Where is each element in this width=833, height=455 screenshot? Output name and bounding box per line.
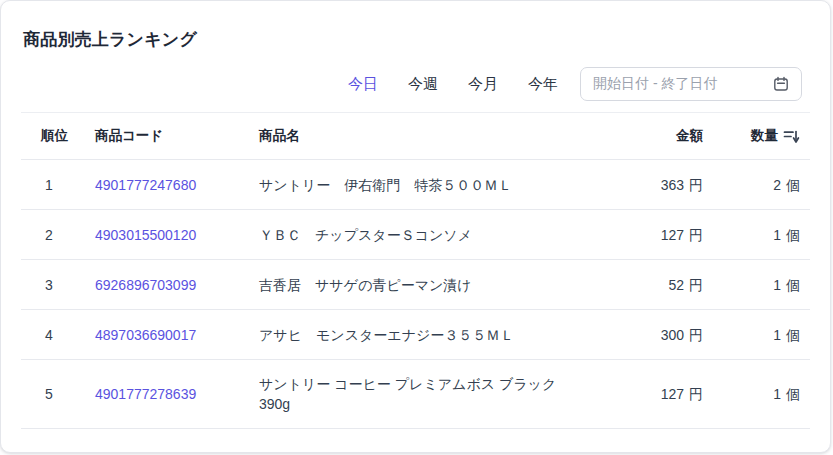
- rank-value: 3: [21, 261, 95, 309]
- calendar-icon[interactable]: [773, 76, 789, 92]
- amount-value: 363円: [585, 161, 715, 209]
- quantity-value: 1個: [715, 370, 810, 418]
- quantity-unit: 個: [786, 327, 800, 343]
- amount-unit: 円: [689, 227, 703, 243]
- product-code-link[interactable]: 4903015500120: [95, 227, 196, 243]
- quantity-value: 1個: [715, 311, 810, 359]
- product-name: アサヒ モンスターエナジー３５５ＭＬ: [259, 311, 585, 359]
- product-name: ＹＢＣ チップスターＳコンソメ: [259, 211, 585, 259]
- rank-value: 2: [21, 211, 95, 259]
- header-code: 商品コード: [95, 126, 259, 146]
- header-rank: 順位: [21, 126, 95, 146]
- quantity-value: 1個: [715, 211, 810, 259]
- amount-unit: 円: [689, 277, 703, 293]
- period-tabs: 今日今週今月今年: [348, 75, 558, 94]
- product-name: 吉香居 ササゲの青ピーマン漬け: [259, 261, 585, 309]
- header-name: 商品名: [259, 126, 585, 146]
- quantity-unit: 個: [786, 386, 800, 402]
- quantity-unit: 個: [786, 177, 800, 193]
- table-body: 14901777247680サントリー 伊右衛門 特茶５００ＭＬ363円2個24…: [21, 160, 810, 429]
- tab-period-0[interactable]: 今日: [348, 75, 378, 94]
- quantity-unit: 個: [786, 277, 800, 293]
- product-code-link[interactable]: 6926896703099: [95, 277, 196, 293]
- quantity-value: 2個: [715, 161, 810, 209]
- product-name: サントリー 伊右衛門 特茶５００ＭＬ: [259, 161, 585, 209]
- quantity-unit: 個: [786, 227, 800, 243]
- date-range-placeholder: 開始日付 - 終了日付: [593, 75, 773, 93]
- header-quantity-label: 数量: [751, 126, 778, 146]
- amount-value: 300円: [585, 311, 715, 359]
- table-row: 14901777247680サントリー 伊右衛門 特茶５００ＭＬ363円2個: [21, 160, 810, 210]
- product-code-link[interactable]: 4897036690017: [95, 327, 196, 343]
- ranking-table: 順位 商品コード 商品名 金額 数量 14901777247680サントリー 伊…: [21, 112, 810, 429]
- quantity-value: 1個: [715, 261, 810, 309]
- amount-unit: 円: [689, 177, 703, 193]
- filter-row: 今日今週今月今年 開始日付 - 終了日付: [1, 66, 830, 102]
- amount-value: 127円: [585, 370, 715, 418]
- amount-value: 52円: [585, 261, 715, 309]
- rank-value: 1: [21, 161, 95, 209]
- product-code-link[interactable]: 4901777247680: [95, 177, 196, 193]
- sales-ranking-card: 商品別売上ランキング 今日今週今月今年 開始日付 - 終了日付 順位 商品コード…: [0, 0, 831, 453]
- tab-period-1[interactable]: 今週: [408, 75, 438, 94]
- date-range-picker[interactable]: 開始日付 - 終了日付: [580, 67, 802, 101]
- table-row: 44897036690017アサヒ モンスターエナジー３５５ＭＬ300円1個: [21, 310, 810, 360]
- tab-period-2[interactable]: 今月: [468, 75, 498, 94]
- page-title: 商品別売上ランキング: [1, 1, 830, 51]
- rank-value: 4: [21, 311, 95, 359]
- amount-unit: 円: [689, 327, 703, 343]
- table-row: 24903015500120ＹＢＣ チップスターＳコンソメ127円1個: [21, 210, 810, 260]
- tab-period-3[interactable]: 今年: [528, 75, 558, 94]
- header-amount: 金額: [585, 126, 715, 146]
- product-name: サントリー コーヒー プレミアムボス ブラック 390g: [259, 360, 585, 428]
- header-quantity[interactable]: 数量: [715, 126, 810, 146]
- table-row: 54901777278639サントリー コーヒー プレミアムボス ブラック 39…: [21, 360, 810, 429]
- amount-value: 127円: [585, 211, 715, 259]
- amount-unit: 円: [689, 386, 703, 402]
- table-header-row: 順位 商品コード 商品名 金額 数量: [21, 113, 810, 160]
- rank-value: 5: [21, 370, 95, 418]
- product-code-link[interactable]: 4901777278639: [95, 386, 196, 402]
- sort-descending-icon[interactable]: [783, 129, 800, 144]
- table-row: 36926896703099吉香居 ササゲの青ピーマン漬け52円1個: [21, 260, 810, 310]
